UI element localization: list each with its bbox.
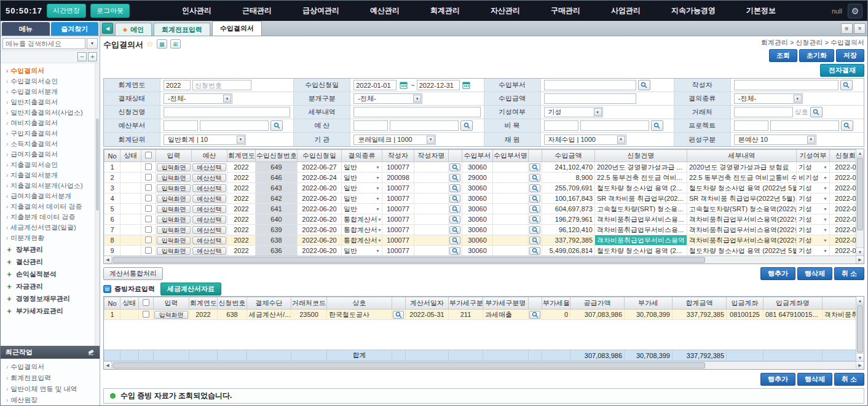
scroll-right-icon[interactable]: ▶ xyxy=(856,256,864,264)
budget-button[interactable]: 예산선택 xyxy=(192,226,226,234)
cell-select[interactable]: 기성▼ xyxy=(799,215,827,224)
filter-input[interactable] xyxy=(770,120,839,131)
invoice-merge-button[interactable]: 계산서통합처리 xyxy=(103,267,163,280)
sidebar-group[interactable]: +장부관리 xyxy=(6,244,93,256)
row-action-button[interactable]: 행추가 xyxy=(760,373,795,386)
filter-select[interactable]: 코레일테크 | 1000▼ xyxy=(353,135,436,145)
grid2-hscrollbar[interactable]: ◀ ▶ xyxy=(104,361,864,369)
search-icon[interactable] xyxy=(529,311,540,319)
sidebar-item[interactable]: ›일반지출결의서(사업소) xyxy=(6,107,93,118)
filter-select[interactable]: -전체-▼ xyxy=(353,93,422,104)
search-icon[interactable] xyxy=(529,184,540,192)
scroll-left-icon[interactable]: ◀ xyxy=(104,362,112,369)
budget-button[interactable]: 예산선택 xyxy=(192,163,226,171)
search-icon[interactable] xyxy=(638,80,650,90)
topnav-item[interactable]: 지속가능경영 xyxy=(670,3,717,18)
scroll-left-icon[interactable]: ◀ xyxy=(104,256,112,264)
scrollbar-thumb[interactable] xyxy=(96,119,99,211)
input-button[interactable]: 입력화면 xyxy=(154,311,188,319)
recent-item[interactable]: ›일반이체 연동 및 내역 xyxy=(6,383,96,394)
cell-select[interactable]: 기성▼ xyxy=(799,246,827,256)
e-approval-button[interactable]: 전자결재 xyxy=(820,64,864,77)
scroll-up-icon[interactable]: ▲ xyxy=(856,297,864,305)
filter-input[interactable] xyxy=(734,80,838,90)
calendar-icon[interactable] xyxy=(398,80,409,90)
search-icon[interactable] xyxy=(810,107,823,117)
sidebar-group[interactable]: +경영정보재무관리 xyxy=(6,293,93,305)
table-row[interactable]: 8입력화면예산선택20226382022-06-20통합계산서▼10007730… xyxy=(105,235,856,246)
cell-select[interactable]: 기성▼ xyxy=(799,184,827,193)
row-action-button[interactable]: 취 소 xyxy=(834,373,864,386)
table-row[interactable]: 3입력화면예산선택20226432022-06-20일반▼10007730060… xyxy=(105,183,856,193)
input-button[interactable]: 입력화면 xyxy=(157,174,191,182)
topnav-item[interactable]: 인사관리 xyxy=(181,3,213,18)
input-button[interactable]: 입력화면 xyxy=(157,247,191,255)
sidebar-item[interactable]: ›급여지출결의서분개 xyxy=(6,191,93,201)
sidebar-item[interactable]: ›급여지출결의서 xyxy=(6,149,93,160)
sidebar-group[interactable]: +결산관리 xyxy=(6,256,93,268)
cell-select[interactable]: 일반▼ xyxy=(344,246,380,256)
recent-item[interactable]: ›회계전표입력 xyxy=(6,372,96,383)
topnav-item[interactable]: 예산관리 xyxy=(369,3,401,18)
sidebar-item[interactable]: ›지출결의서 데이터 검증 xyxy=(6,201,93,212)
search-icon[interactable] xyxy=(651,120,663,131)
cell-select[interactable]: 일반▼ xyxy=(344,194,380,203)
topnav-item[interactable]: 급상여관리 xyxy=(301,3,341,18)
row-checkbox[interactable] xyxy=(145,246,152,253)
grid2-vscrollbar[interactable]: ▲ ▼ xyxy=(856,297,864,361)
eraser-icon[interactable] xyxy=(87,348,95,357)
cell-select[interactable]: 비기성▼ xyxy=(799,173,827,182)
action-button[interactable]: 조회 xyxy=(769,49,797,62)
calendar-icon[interactable] xyxy=(461,80,472,90)
filter-input[interactable] xyxy=(164,80,191,90)
row-checkbox[interactable] xyxy=(145,163,152,170)
search-icon[interactable] xyxy=(449,195,460,203)
date-input[interactable] xyxy=(417,80,460,90)
search-icon[interactable] xyxy=(529,195,540,203)
cell-select[interactable]: 통합계산서▼ xyxy=(344,225,380,235)
input-button[interactable]: 입력화면 xyxy=(157,195,191,203)
cell-select[interactable]: 기성▼ xyxy=(799,205,827,214)
search-icon[interactable] xyxy=(270,120,283,131)
input-button[interactable]: 입력화면 xyxy=(157,184,191,192)
scroll-down-icon[interactable]: ▼ xyxy=(856,353,864,361)
filter-select[interactable]: -전체-▼ xyxy=(734,93,803,104)
search-icon[interactable] xyxy=(449,247,460,255)
search-icon[interactable] xyxy=(529,205,540,213)
action-button[interactable]: 초기화 xyxy=(799,49,834,62)
search-icon[interactable] xyxy=(393,311,404,319)
scrollbar-thumb[interactable] xyxy=(857,158,863,230)
tab-scroll-left-button[interactable]: ◀ xyxy=(102,23,113,34)
topnav-item[interactable]: 구매관리 xyxy=(550,3,582,18)
budget-button[interactable]: 예산선택 xyxy=(192,247,226,255)
sidebar-scrollbar[interactable] xyxy=(95,63,100,346)
row-action-button[interactable]: 취 소 xyxy=(834,267,864,280)
cell-select[interactable]: 통합계산서▼ xyxy=(344,215,380,224)
cell-select[interactable]: 통합계산서▼ xyxy=(344,236,380,245)
row-action-button[interactable]: 행삭제 xyxy=(797,373,832,386)
tab-close-button[interactable]: × xyxy=(854,23,866,34)
row-checkbox[interactable] xyxy=(145,173,152,180)
row-action-button[interactable]: 행추가 xyxy=(760,267,795,280)
table-row[interactable]: 2입력화면예산선택20226462022-06-24일반▼20009829000… xyxy=(105,173,856,183)
tax-invoice-button[interactable]: 세금계산서자료 xyxy=(160,283,221,295)
search-icon[interactable] xyxy=(529,247,540,255)
budget-button[interactable]: 예산선택 xyxy=(192,174,226,182)
filter-input[interactable] xyxy=(164,120,198,131)
table-row[interactable]: 4입력화면예산선택20226422022-06-20일반▼10007730060… xyxy=(105,193,856,204)
menu-search-input[interactable] xyxy=(2,38,85,49)
recent-item[interactable]: ›수입결의서 xyxy=(6,361,96,372)
filter-input[interactable] xyxy=(192,80,251,90)
filter-select[interactable]: 기성▼ xyxy=(544,107,603,117)
budget-button[interactable]: 예산선택 xyxy=(192,184,226,192)
header-checkbox[interactable] xyxy=(143,299,149,306)
cell-select[interactable]: 기성▼ xyxy=(799,194,827,203)
search-icon[interactable] xyxy=(449,236,460,244)
sidebar-item[interactable]: ›수입결의서분개 xyxy=(6,87,93,97)
cell-select[interactable]: 일반▼ xyxy=(344,205,380,214)
sidebar-group[interactable]: +부가세자료관리 xyxy=(6,305,93,317)
scroll-down-icon[interactable]: ▼ xyxy=(856,248,864,256)
cell-select[interactable]: 기성▼ xyxy=(799,163,827,172)
table-row[interactable]: 1입력화면예산선택20226492022-06-27일반▼10007730060… xyxy=(105,162,856,173)
sidebar-item[interactable]: ›수입결의서승인 xyxy=(6,76,93,87)
